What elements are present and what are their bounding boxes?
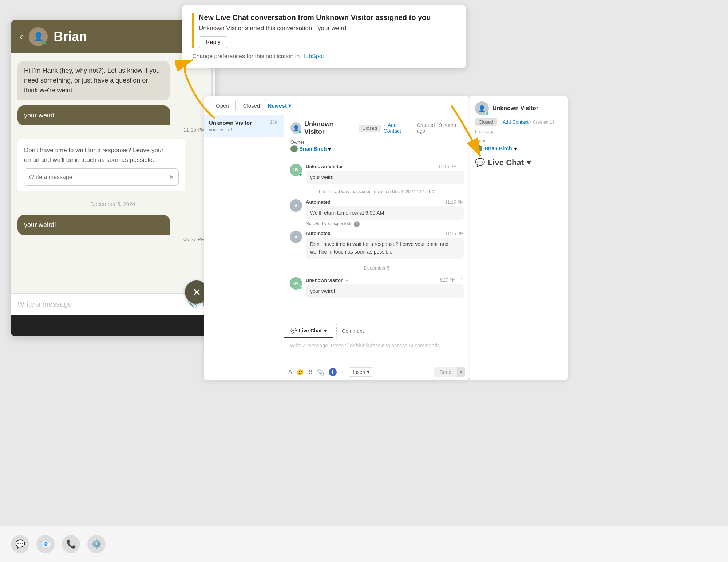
online-dot <box>299 286 302 290</box>
toolbar-attach[interactable]: 📎 <box>317 369 324 376</box>
msg-content: Automated 11:15 PM We'll return tomorrow… <box>306 199 464 227</box>
compose-input[interactable]: Write a message. Press '/' or highlight … <box>284 338 470 364</box>
online-dot <box>299 173 302 176</box>
message-thread: UV Unknown Visitor ⋯ 11:15 PM ⋮ your wei… <box>284 159 470 324</box>
comment-tab-label: Comment <box>342 328 364 334</box>
send-dropdown[interactable]: ▾ <box>457 367 465 377</box>
message-input-placeholder[interactable]: Write a message <box>17 300 183 308</box>
msg-text: your weird! <box>306 284 464 298</box>
tab-closed[interactable]: Closed <box>237 100 266 111</box>
tab-newest[interactable]: Newest ▾ <box>268 103 291 109</box>
toolbar-add[interactable]: + <box>341 369 344 375</box>
msg-more-button[interactable]: ⋯ <box>346 164 350 169</box>
date-divider: December 5 <box>290 265 464 271</box>
msg-avatar: A <box>290 199 302 212</box>
message-text: your weird <box>17 105 170 125</box>
conversation-list: Unknown Visitor 18m your weird! <box>204 115 284 380</box>
insert-label: Insert <box>353 369 365 375</box>
livechat-icon: 💬 <box>290 328 297 334</box>
email-card-text: Don't have time to wait for a response? … <box>24 145 179 165</box>
message-timestamp: 11:15 PM <box>17 127 208 133</box>
back-button[interactable]: ‹ <box>20 31 23 43</box>
notification-body: New Live Chat conversation from Unknown … <box>192 13 456 48</box>
msg-meta: Automated 11:15 PM <box>306 231 464 236</box>
compose-area: 💬 Live Chat ▾ Comment Write a message. P… <box>284 324 470 380</box>
toolbar-info-icon[interactable]: i <box>329 368 337 376</box>
email-input[interactable] <box>24 170 164 184</box>
msg-content: Unknown Visitor ⋯ 11:15 PM ⋮ your weird <box>306 164 464 184</box>
notification-subtitle: Unknown Visitor started this conversatio… <box>199 25 456 32</box>
owner-dropdown-arrow[interactable]: ▾ <box>328 146 331 152</box>
reassignment-notice: This thread was reassigned to you on Dec… <box>290 189 464 194</box>
owner-name[interactable]: Brian Birch <box>299 146 327 152</box>
livechat-tab-arrow[interactable]: ▾ <box>324 328 327 334</box>
notification-title: New Live Chat conversation from Unknown … <box>199 13 456 22</box>
status-badge: Closed <box>359 125 380 132</box>
msg-time: 6:27 PM <box>439 278 456 283</box>
owner-row: Owner Brian Birch ▾ <box>290 139 463 154</box>
panel-body: Unknown Visitor 18m your weird! 👤 Unknow… <box>204 115 470 380</box>
owner-label: Owner <box>290 139 304 145</box>
compose-placeholder: Write a message. Press '/' or highlight … <box>290 343 441 348</box>
notification-footer: Change preferences for this notification… <box>192 53 456 60</box>
nav-icon-1[interactable]: 💬 <box>11 535 29 553</box>
hs-message-3: A Automated 11:15 PM Don't have time to … <box>290 231 464 259</box>
compose-tab-livechat[interactable]: 💬 Live Chat ▾ <box>284 324 333 338</box>
sidebar-visitor-name: Unknown Visitor <box>492 105 538 112</box>
nav-icon-3[interactable]: 📞 <box>62 535 80 553</box>
compose-tab-comment[interactable]: Comment <box>336 324 371 338</box>
chat-input-bar: Write a message 📎 ➤ <box>11 293 215 315</box>
bottom-navigation-bar: 💬 📧 📞 ⚙️ <box>0 526 728 562</box>
msg-sender: Automated <box>306 231 331 236</box>
feedback-info-icon[interactable]: ? <box>354 221 360 227</box>
nav-icon-4[interactable]: ⚙️ <box>87 535 106 553</box>
send-button-group[interactable]: Send ▾ <box>434 367 465 377</box>
sidebar-owner-arrow[interactable]: ▾ <box>514 145 517 152</box>
online-indicator <box>42 41 47 45</box>
compose-tabs: 💬 Live Chat ▾ Comment <box>284 324 470 338</box>
email-card: Don't have time to wait for a response? … <box>17 139 185 191</box>
msg-meta: Automated 11:15 PM <box>306 199 464 205</box>
email-input-row[interactable]: ➤ <box>24 168 179 186</box>
message-timestamp: 06:27 PM <box>17 236 208 242</box>
msg-avatar-initials: A <box>294 235 297 239</box>
add-contact-button[interactable]: + Add Contact <box>384 122 414 134</box>
live-chat-text: Live Chat <box>488 158 524 167</box>
toolbar-emoji[interactable]: 🙂 <box>297 369 304 376</box>
compose-toolbar: A 🙂 ⠿ 📎 i + Insert ▾ Send ▾ <box>284 364 470 380</box>
visitor-avatar: 👤 <box>290 122 301 134</box>
message-bubble-right-2: your weird! 06:27 PM <box>17 215 208 242</box>
visitor-avatar-icon: 👤 <box>293 125 299 131</box>
conversation-tabs: Open Closed Newest ▾ <box>204 96 470 115</box>
msg-time: 11:15 PM <box>445 200 464 205</box>
reply-button[interactable]: Reply <box>199 36 228 48</box>
notification-popup: New Live Chat conversation from Unknown … <box>182 5 466 68</box>
insert-button[interactable]: Insert ▾ <box>349 367 373 377</box>
chat-contact-name: Brian <box>54 29 87 44</box>
msg-avatar-initials: UV <box>293 168 298 172</box>
insert-arrow: ▾ <box>367 369 369 375</box>
newest-arrow: ▾ <box>288 103 291 109</box>
msg-menu-button[interactable]: ⋮ <box>459 277 464 283</box>
live-chat-dropdown[interactable]: ▾ <box>527 158 531 167</box>
toolbar-text-format[interactable]: A <box>288 369 292 375</box>
msg-meta: Unknown Visitor ⋯ 11:15 PM ⋮ <box>306 164 464 169</box>
sidebar-add-contact[interactable]: + Add Contact <box>499 119 529 125</box>
msg-content: Automated 11:15 PM Don't have time to wa… <box>306 231 464 259</box>
msg-text: We'll return tomorrow at 9:00 AM <box>306 206 464 220</box>
toolbar-more[interactable]: ⠿ <box>308 369 313 376</box>
conv-visitor-name: Unknown Visitor <box>304 120 353 136</box>
msg-text: your weird <box>306 171 464 184</box>
nav-icon-2[interactable]: 📧 <box>36 535 55 553</box>
email-send-button[interactable]: ➤ <box>164 169 178 185</box>
conversation-header: 👤 Unknown Visitor Closed + Add Contact C… <box>284 115 470 159</box>
msg-avatar: UV <box>290 164 302 176</box>
send-main[interactable]: Send <box>434 367 457 377</box>
msg-sender: Unknown visitor <box>306 278 343 283</box>
livechat-tab-label: Live Chat <box>299 328 322 334</box>
msg-avatar-initials: A <box>294 204 297 208</box>
msg-avatar-initials: UV <box>293 282 298 286</box>
hubspot-link[interactable]: HubSpot <box>301 53 324 59</box>
msg-avatar: UV <box>290 277 302 290</box>
msg-channel-dot: ● <box>345 278 348 282</box>
